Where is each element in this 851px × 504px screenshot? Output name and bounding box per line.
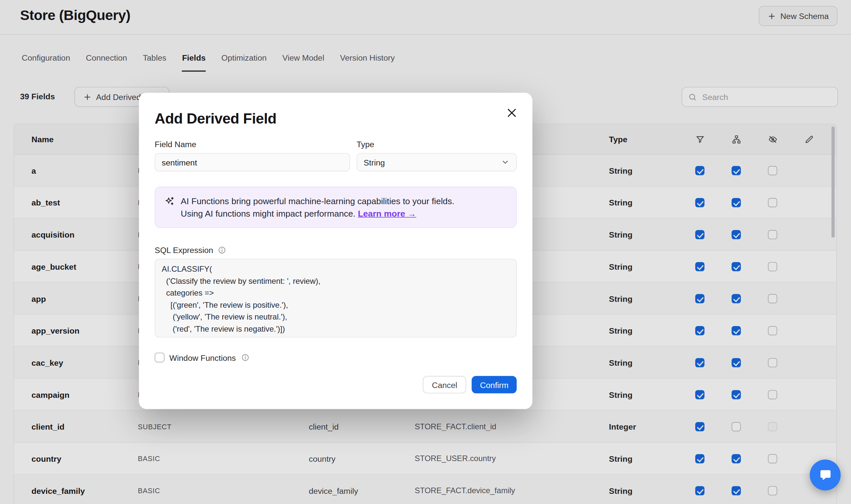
close-icon: [505, 106, 518, 119]
window-functions-row: Window Functions: [155, 353, 517, 362]
ai-functions-banner: AI Functions bring powerful machine-lear…: [155, 187, 517, 228]
type-select[interactable]: String: [357, 153, 517, 172]
type-group: Type String: [357, 139, 517, 172]
learn-more-link[interactable]: Learn more →: [358, 209, 416, 218]
ai-banner-line1: AI Functions bring powerful machine-lear…: [181, 196, 454, 205]
info-circle-icon: [241, 353, 249, 362]
modal-title: Add Derived Field: [155, 109, 517, 129]
app-viewport: Store (BigQuery) New Schema Configuratio…: [0, 0, 851, 504]
window-functions-checkbox[interactable]: [155, 353, 164, 362]
type-select-value: String: [364, 158, 385, 167]
ai-sparkles-icon: [164, 196, 175, 207]
modal-close-button[interactable]: [505, 106, 518, 119]
info-circle-icon: [218, 246, 226, 254]
ai-banner-text: AI Functions bring powerful machine-lear…: [181, 195, 454, 219]
field-name-group: Field Name: [155, 139, 350, 172]
add-derived-field-modal: Add Derived Field Field Name Type String…: [139, 93, 532, 409]
confirm-button[interactable]: Confirm: [472, 376, 517, 393]
chat-widget-button[interactable]: [810, 460, 840, 490]
cancel-button[interactable]: Cancel: [423, 376, 466, 393]
chat-bubble-icon: [818, 467, 833, 482]
sql-expression-editor[interactable]: AI.CLASSIFY( ('Classify the review by se…: [155, 259, 517, 338]
field-name-label: Field Name: [155, 139, 350, 148]
sql-expression-label: SQL Expression: [155, 245, 213, 254]
modal-form-row: Field Name Type String: [155, 139, 517, 172]
sql-expression-label-row: SQL Expression: [155, 245, 517, 254]
chevron-down-icon: [501, 158, 510, 166]
type-label: Type: [357, 139, 517, 148]
modal-footer: Cancel Confirm: [155, 376, 517, 393]
window-functions-label: Window Functions: [170, 353, 236, 362]
field-name-input[interactable]: [155, 153, 350, 172]
sql-expression-text: AI.CLASSIFY( ('Classify the review by se…: [162, 263, 510, 335]
ai-banner-line2: Using AI functions might impact performa…: [181, 209, 355, 218]
